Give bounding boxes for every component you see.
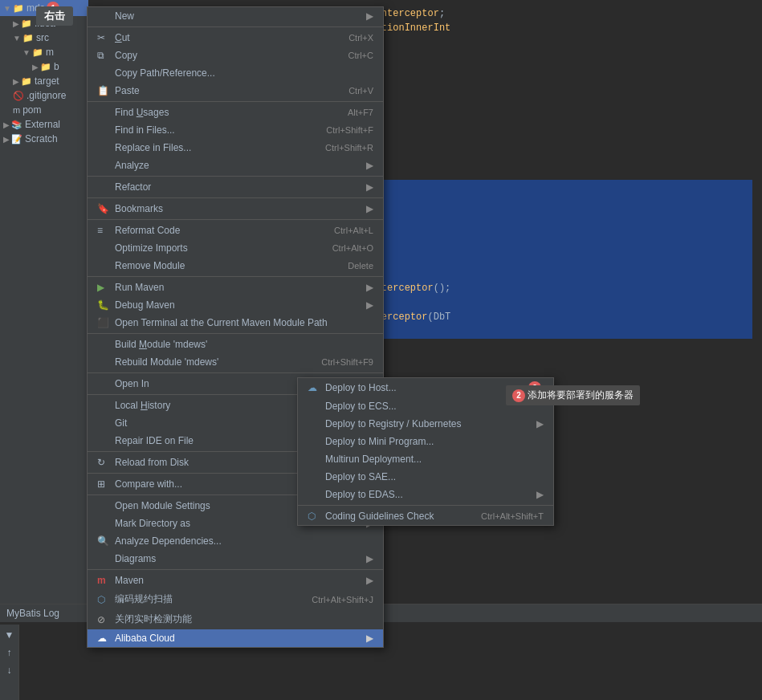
menu-sep-1 <box>88 101 383 102</box>
expand-arrow: ▼ <box>3 4 11 13</box>
coding-guidelines-shortcut: Ctrl+Alt+Shift+T <box>481 511 544 521</box>
maven-icon: m <box>97 575 112 586</box>
rebuild-module-label: Rebuild Module 'mdews' <box>115 356 305 368</box>
cut-label: Cut <box>115 32 332 43</box>
reformat-label: Reformat Code <box>115 225 318 236</box>
toolbar-up-btn[interactable]: ↑ <box>2 645 17 660</box>
menu-sep-6 <box>88 333 383 334</box>
paste-shortcut: Ctrl+V <box>348 86 373 96</box>
deploy-k8s-item[interactable]: Deploy to Registry / Kubernetes ▶ <box>298 415 553 433</box>
diagrams-arrow: ▶ <box>366 553 373 564</box>
tree-item-src[interactable]: ▼ 📁 src <box>0 31 88 45</box>
menu-item-diagrams[interactable]: Diagrams ▶ <box>88 550 383 568</box>
debug-maven-label: Debug Maven <box>115 299 363 311</box>
menu-item-code-scan[interactable]: ⬡ 编码规约扫描 Ctrl+Alt+Shift+J <box>88 589 383 609</box>
analyze-label: Analyze <box>115 160 363 171</box>
menu-item-replace-files[interactable]: Replace in Files... Ctrl+Shift+R <box>88 139 383 157</box>
open-terminal-label: Open Terminal at the Current Maven Modul… <box>115 317 373 328</box>
tree-item-pom[interactable]: m pom <box>0 103 88 117</box>
multirun-deploy-item[interactable]: Multirun Deployment... <box>298 450 553 468</box>
cut-icon: ✂ <box>97 32 112 43</box>
menu-item-build-module[interactable]: Build Module 'mdews' <box>88 336 383 353</box>
alibaba-cloud-arrow: ▶ <box>366 633 373 644</box>
folder-icon-m: 📁 <box>32 47 43 58</box>
tree-label-external: External <box>25 119 60 130</box>
menu-item-find-files[interactable]: Find in Files... Ctrl+Shift+F <box>88 121 383 139</box>
menu-item-copy[interactable]: ⧉ Copy Ctrl+C <box>88 47 383 64</box>
mybatis-title: MyBatis Log <box>6 608 59 619</box>
replace-files-shortcut: Ctrl+Shift+R <box>325 143 373 153</box>
deploy-mini-label: Deploy to Mini Program... <box>325 436 544 447</box>
tree-item-external[interactable]: ▶ 📚 External <box>0 117 88 132</box>
menu-item-open-terminal[interactable]: ⬛ Open Terminal at the Current Maven Mod… <box>88 314 383 332</box>
folder-icon-target: 📁 <box>21 76 32 87</box>
find-files-label: Find in Files... <box>115 124 310 136</box>
refactor-label: Refactor <box>115 181 363 193</box>
tree-item-b[interactable]: ▶ 📁 b <box>0 59 88 74</box>
deploy-k8s-label: Deploy to Registry / Kubernetes <box>325 418 533 429</box>
analyze-deps-label: Analyze Dependencies... <box>115 535 373 547</box>
find-files-shortcut: Ctrl+Shift+F <box>326 125 373 135</box>
optimize-shortcut: Ctrl+Alt+O <box>332 243 373 253</box>
menu-item-analyze[interactable]: Analyze ▶ <box>88 157 383 174</box>
menu-item-new[interactable]: New ▶ <box>88 7 383 25</box>
remove-module-shortcut: Delete <box>348 261 373 271</box>
menu-item-maven[interactable]: m Maven ▶ <box>88 572 383 589</box>
right-click-label: 右击 <box>36 6 73 26</box>
menu-item-remove-module[interactable]: Remove Module Delete <box>88 257 383 275</box>
run-maven-icon: ▶ <box>97 282 112 293</box>
menu-item-analyze-deps[interactable]: 🔍 Analyze Dependencies... <box>88 532 383 550</box>
build-module-label: Build Module 'mdews' <box>115 339 373 350</box>
analyze-deps-icon: 🔍 <box>97 535 112 547</box>
menu-item-optimize[interactable]: Optimize Imports Ctrl+Alt+O <box>88 239 383 257</box>
paste-icon: 📋 <box>97 85 112 96</box>
alibaba-cloud-label: Alibaba Cloud <box>115 633 363 644</box>
new-label: New <box>115 10 363 22</box>
deploy-sae-item[interactable]: Deploy to SAE... <box>298 468 553 486</box>
menu-item-paste[interactable]: 📋 Paste Ctrl+V <box>88 82 383 100</box>
menu-item-rebuild-module[interactable]: Rebuild Module 'mdews' Ctrl+Shift+F9 <box>88 353 383 371</box>
menu-item-disable-realtime[interactable]: ⊘ 关闭实时检测功能 <box>88 609 383 629</box>
copy-label: Copy <box>115 50 332 61</box>
menu-item-reformat[interactable]: ≡ Reformat Code Ctrl+Alt+L <box>88 222 383 239</box>
rebuild-module-shortcut: Ctrl+Shift+F9 <box>321 357 373 367</box>
find-usages-shortcut: Alt+F7 <box>348 108 373 117</box>
menu-item-bookmarks[interactable]: 🔖 Bookmarks ▶ <box>88 200 383 218</box>
disable-realtime-icon: ⊘ <box>97 614 112 625</box>
menu-item-alibaba-cloud[interactable]: ☁ Alibaba Cloud ▶ <box>88 629 383 647</box>
menu-item-refactor[interactable]: Refactor ▶ <box>88 178 383 196</box>
menu-item-run-maven[interactable]: ▶ Run Maven ▶ <box>88 279 383 296</box>
new-arrow: ▶ <box>366 10 373 22</box>
tree-item-m[interactable]: ▼ 📁 m <box>0 45 88 59</box>
optimize-label: Optimize Imports <box>115 242 316 254</box>
code-scan-icon: ⬡ <box>97 594 112 605</box>
code-scan-shortcut: Ctrl+Alt+Shift+J <box>312 595 373 604</box>
menu-item-debug-maven[interactable]: 🐛 Debug Maven ▶ <box>88 296 383 314</box>
deploy-edas-item[interactable]: Deploy to EDAS... ▶ <box>298 486 553 503</box>
folder-icon-b: 📁 <box>40 62 51 72</box>
maven-arrow: ▶ <box>366 575 373 586</box>
tree-item-scratch[interactable]: ▶ 📝 Scratch <box>0 132 88 146</box>
reload-disk-icon: ↻ <box>97 457 112 468</box>
menu-item-copy-path[interactable]: Copy Path/Reference... <box>88 64 383 82</box>
tree-item-gitignore[interactable]: 🚫 .gitignore <box>0 88 88 103</box>
deploy-mini-item[interactable]: Deploy to Mini Program... <box>298 433 553 450</box>
tree-label-scratch: Scratch <box>25 133 58 144</box>
menu-item-cut[interactable]: ✂ Cut Ctrl+X <box>88 29 383 47</box>
tree-label-m: m <box>46 47 54 58</box>
tree-label-b: b <box>54 61 59 72</box>
bookmarks-icon: 🔖 <box>97 203 112 214</box>
expand-arrow-src: ▼ <box>13 34 21 43</box>
context-menu: New ▶ ✂ Cut Ctrl+X ⧉ Copy Ctrl+C Copy Pa… <box>87 6 384 648</box>
compare-with-icon: ⊞ <box>97 478 112 490</box>
coding-guidelines-item[interactable]: ⬡ Coding Guidelines Check Ctrl+Alt+Shift… <box>298 507 553 525</box>
toolbar-down-btn[interactable]: ↓ <box>2 663 17 678</box>
copy-path-label: Copy Path/Reference... <box>115 67 373 79</box>
toolbar-filter-btn[interactable]: ▼ <box>2 628 17 642</box>
tree-item-target[interactable]: ▶ 📁 target <box>0 74 88 88</box>
bookmarks-arrow: ▶ <box>366 203 373 214</box>
menu-item-find-usages[interactable]: Find Usages Alt+F7 <box>88 104 383 121</box>
menu-sep-7 <box>88 372 383 373</box>
deploy-k8s-arrow: ▶ <box>536 418 544 429</box>
run-maven-label: Run Maven <box>115 282 363 293</box>
